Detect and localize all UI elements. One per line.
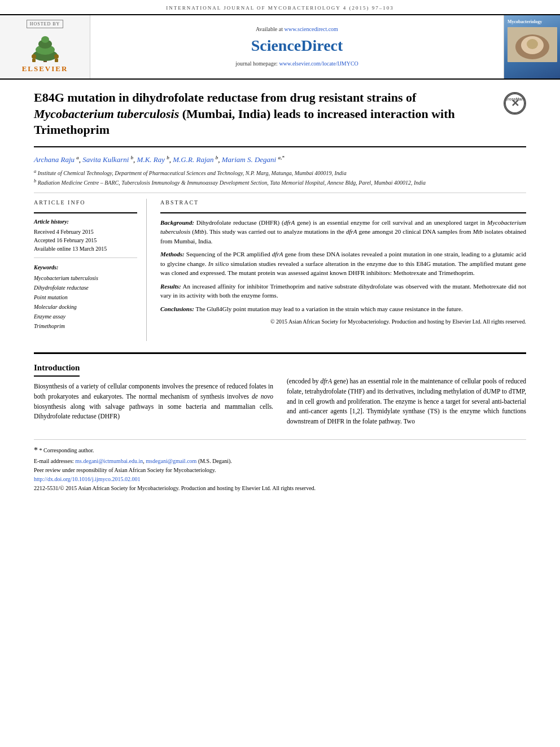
keywords-list: Mycobacterium tuberculosis Dihydrofolate… xyxy=(34,273,137,331)
available-at-text: Available at www.sciencedirect.com xyxy=(256,25,338,33)
accepted-date: Accepted 16 February 2015 xyxy=(34,236,137,244)
abstract-heading: ABSTRACT xyxy=(160,199,526,207)
intro-text-right: (encoded by dfrA gene) has an essential … xyxy=(287,377,526,427)
issn-line: 2212-5531/© 2015 Asian African Society f… xyxy=(34,484,526,493)
author-savita-kulkarni[interactable]: Savita Kulkarni xyxy=(82,155,129,164)
peer-review-note: Peer review under responsibility of Asia… xyxy=(34,466,526,475)
affiliation-a: a Institute of Chemical Technology, Depa… xyxy=(34,168,526,177)
journal-banner: HOSTED BY ELSEVIER Available at www.scie… xyxy=(0,14,560,80)
crossmark-logo[interactable]: ✕ CrossMark xyxy=(504,92,526,115)
keyword-6: Trimethoprim xyxy=(34,321,137,331)
abstract-results: Results: An increased affinity for inhib… xyxy=(160,282,526,300)
intro-heading: Introduction xyxy=(34,362,80,377)
journal-center-banner: Available at www.sciencedirect.com Scien… xyxy=(90,15,504,78)
received-date: Received 4 February 2015 xyxy=(34,228,137,236)
sciencedirect-title: ScienceDirect xyxy=(251,34,343,56)
keyword-3: Point mutation xyxy=(34,292,137,302)
article-info-heading: ARTICLE INFO xyxy=(34,199,137,207)
keyword-5: Enzyme assay xyxy=(34,312,137,321)
author-mariam-degani[interactable]: Mariam S. Degani xyxy=(222,155,276,164)
intro-text-left: Biosynthesis of a variety of cellular co… xyxy=(34,382,273,422)
history-label: Article history: xyxy=(34,218,137,226)
svg-point-7 xyxy=(54,54,59,59)
elsevier-wordmark: ELSEVIER xyxy=(22,64,68,74)
svg-point-4 xyxy=(41,36,49,43)
section-divider xyxy=(34,352,526,354)
keywords-label: Keywords: xyxy=(34,264,137,272)
author-archana-raju[interactable]: Archana Raju xyxy=(34,155,75,164)
svg-rect-6 xyxy=(32,59,36,62)
intro-col-right: (encoded by dfrA gene) has an essential … xyxy=(287,362,526,431)
keyword-4: Molecular docking xyxy=(34,302,137,312)
author-mk-ray[interactable]: M.K. Ray xyxy=(137,155,165,164)
svg-rect-8 xyxy=(55,59,58,62)
corresponding-author-note: * * Corresponding author. xyxy=(34,444,526,457)
intro-col-left: Introduction Biosynthesis of a variety o… xyxy=(34,362,273,431)
email-1[interactable]: ms.degani@ictmumbai.edu.in xyxy=(75,458,143,464)
doi-url[interactable]: http://dx.doi.org/10.1016/j.ijmyco.2015.… xyxy=(34,476,140,482)
journal-homepage: journal homepage: www.elsevier.com/locat… xyxy=(235,60,358,68)
body-section: Introduction Biosynthesis of a variety o… xyxy=(34,362,526,431)
keyword-2: Dihydrofolate reductase xyxy=(34,283,137,292)
sciencedirect-url[interactable]: www.sciencedirect.com xyxy=(284,26,338,32)
available-online-date: Available online 13 March 2015 xyxy=(34,244,137,253)
abstract-methods: Methods: Sequencing of the PCR amplified… xyxy=(160,250,526,278)
hosted-by-label: HOSTED BY xyxy=(27,20,64,28)
svg-point-5 xyxy=(32,54,36,59)
keyword-1: Mycobacterium tuberculosis xyxy=(34,273,137,283)
affiliation-b: b Radiation Medicine Centre – BARC, Tube… xyxy=(34,178,526,187)
abstract-column: ABSTRACT Background: Dihydrofolate reduc… xyxy=(160,199,526,341)
elsevier-tree-icon xyxy=(23,32,68,63)
doi-link[interactable]: http://dx.doi.org/10.1016/j.ijmyco.2015.… xyxy=(34,475,526,484)
abstract-background: Background: Dihydrofolate reductase (DHF… xyxy=(160,218,526,246)
email-addresses-line: E-mail addresses: ms.degani@ictmumbai.ed… xyxy=(34,457,526,466)
article-history-block: Article history: Received 4 February 201… xyxy=(34,218,137,258)
journal-cover-box: Mycobacteriology xyxy=(504,15,560,78)
elsevier-logo-box: HOSTED BY ELSEVIER xyxy=(0,15,90,78)
affiliations: a Institute of Chemical Technology, Depa… xyxy=(34,168,526,193)
article-info-column: ARTICLE INFO Article history: Received 4… xyxy=(34,199,147,341)
svg-point-12 xyxy=(527,39,538,49)
keywords-block: Keywords: Mycobacterium tuberculosis Dih… xyxy=(34,264,137,335)
email-2[interactable]: msdegani@gmail.com xyxy=(146,458,196,464)
footnote-section: * * Corresponding author. E-mail address… xyxy=(34,439,526,493)
journal-cover-title: Mycobacteriology xyxy=(508,19,542,25)
author-mgr-rajan[interactable]: M.G.R. Rajan xyxy=(173,155,213,164)
journal-top-header: International Journal of Mycobacteriolog… xyxy=(0,0,560,14)
abstract-conclusions: Conclusions: The Glu84Gly point mutation… xyxy=(160,304,526,314)
svg-text:CrossMark: CrossMark xyxy=(505,97,525,101)
article-title: E84G mutation in dihydrofolate reductase… xyxy=(34,90,495,138)
authors-line: Archana Raju a, Savita Kulkarni b, M.K. … xyxy=(34,154,526,165)
journal-homepage-url[interactable]: www.elsevier.com/locate/IJMYCO xyxy=(279,60,358,67)
abstract-copyright: © 2015 Asian African Society for Mycobac… xyxy=(160,317,526,326)
